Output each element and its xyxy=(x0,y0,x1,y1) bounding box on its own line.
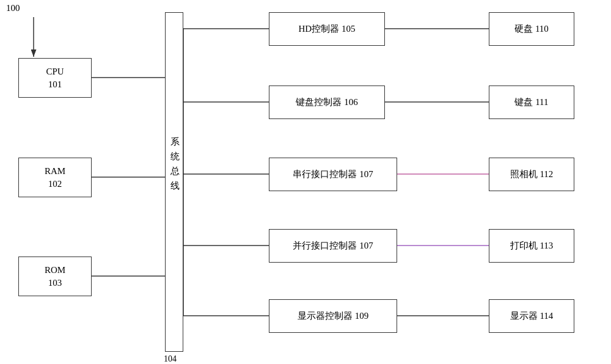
rom-box: ROM103 xyxy=(18,257,92,296)
printer-box: 打印机 113 xyxy=(489,229,574,263)
label-100: 100 xyxy=(6,3,20,13)
hd-controller-box: HD控制器 105 xyxy=(269,12,385,46)
keyboard-label: 键盘 111 xyxy=(514,96,548,109)
camera-box: 照相机 112 xyxy=(489,158,574,191)
monitor-box: 显示器 114 xyxy=(489,299,574,333)
disp-controller-box: 显示器控制器 109 xyxy=(269,299,397,333)
rom-label: ROM103 xyxy=(45,264,65,289)
cpu-label: CPU101 xyxy=(46,65,64,91)
printer-label: 打印机 113 xyxy=(510,239,554,252)
ram-label: RAM102 xyxy=(45,165,65,191)
system-diagram: 100 CPU101 RAM102 ROM103 系统总线 104 HD控制器 … xyxy=(0,0,611,364)
serial-controller-box: 串行接口控制器 107 xyxy=(269,158,397,191)
keyboard-box: 键盘 111 xyxy=(489,86,574,119)
hdd-label: 硬盘 110 xyxy=(514,23,549,35)
system-bus-label: 系统总线 xyxy=(150,134,199,193)
system-bus-number: 104 xyxy=(164,354,177,364)
camera-label: 照相机 112 xyxy=(510,168,554,181)
hdd-box: 硬盘 110 xyxy=(489,12,574,46)
disp-controller-label: 显示器控制器 109 xyxy=(298,310,368,322)
para-controller-label: 并行接口控制器 107 xyxy=(293,239,373,252)
para-controller-box: 并行接口控制器 107 xyxy=(269,229,397,263)
kbd-controller-box: 键盘控制器 106 xyxy=(269,86,385,119)
hd-controller-label: HD控制器 105 xyxy=(299,23,356,35)
cpu-box: CPU101 xyxy=(18,58,92,98)
monitor-label: 显示器 114 xyxy=(510,310,554,322)
serial-controller-label: 串行接口控制器 107 xyxy=(293,168,373,181)
kbd-controller-label: 键盘控制器 106 xyxy=(296,96,357,109)
ram-box: RAM102 xyxy=(18,158,92,197)
